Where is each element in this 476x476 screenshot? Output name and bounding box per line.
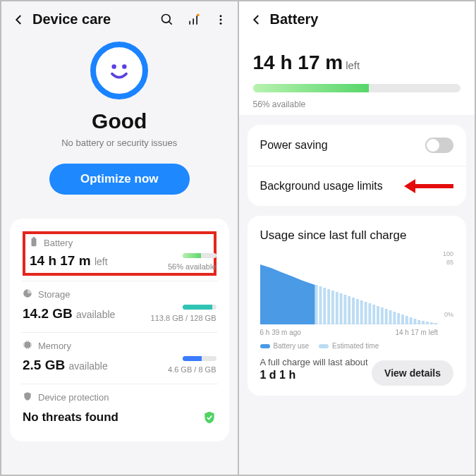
memory-section[interactable]: Memory 2.5 GB available 4.6 GB / 8 GB xyxy=(21,332,218,384)
svg-rect-17 xyxy=(30,346,32,346)
svg-rect-33 xyxy=(355,299,358,324)
svg-rect-44 xyxy=(401,315,404,324)
svg-rect-47 xyxy=(413,319,416,324)
svg-rect-14 xyxy=(23,343,25,344)
page-title: Device care xyxy=(32,11,154,28)
svg-rect-49 xyxy=(422,321,425,324)
svg-rect-11 xyxy=(32,238,37,246)
power-saving-item[interactable]: Power saving xyxy=(248,125,467,166)
svg-point-10 xyxy=(122,64,126,68)
svg-rect-43 xyxy=(397,313,400,324)
topbar-right: Battery xyxy=(239,1,475,35)
topbar-left: Device care xyxy=(1,1,238,35)
battery-icon xyxy=(30,237,38,249)
protection-label: Device protection xyxy=(38,392,109,403)
svg-rect-35 xyxy=(364,302,367,324)
power-saving-toggle[interactable] xyxy=(425,138,453,153)
battery-section[interactable]: Battery 14 h 17 m left 56% avai xyxy=(21,226,218,281)
usage-chart: 100 85 0% xyxy=(260,254,454,324)
battery-mini-bar xyxy=(183,253,216,258)
svg-rect-27 xyxy=(331,291,334,324)
annotation-arrow-icon xyxy=(404,179,453,193)
battery-label: Battery xyxy=(44,238,73,248)
storage-used: 14.2 GB available xyxy=(23,306,115,322)
svg-point-6 xyxy=(219,15,221,17)
svg-rect-18 xyxy=(26,341,27,342)
svg-rect-34 xyxy=(360,300,362,324)
view-details-button[interactable]: View details xyxy=(372,360,453,386)
svg-rect-30 xyxy=(343,295,346,324)
battery-hero: 14 h 17 mleft 56% available xyxy=(239,35,475,115)
status-subtitle: No battery or security issues xyxy=(61,138,177,148)
shield-ok-icon xyxy=(202,410,216,425)
memory-used: 2.5 GB available xyxy=(23,358,108,373)
battery-progress-bar xyxy=(253,84,461,92)
back-icon[interactable] xyxy=(249,12,264,28)
svg-line-1 xyxy=(169,21,171,24)
battery-available: 56% available xyxy=(253,99,461,109)
battery-screen: Battery 14 h 17 mleft 56% available Powe… xyxy=(238,1,475,475)
svg-rect-13 xyxy=(25,342,30,348)
svg-rect-40 xyxy=(384,309,387,324)
svg-rect-38 xyxy=(377,306,379,324)
usage-title: Usage since last full charge xyxy=(260,228,454,243)
memory-icon xyxy=(23,340,32,352)
svg-rect-48 xyxy=(417,320,420,324)
battery-available: 56% available xyxy=(168,262,216,271)
page-title: Battery xyxy=(270,11,465,28)
settings-list: Power saving Background usage limits xyxy=(248,125,467,206)
storage-mini-bar xyxy=(183,305,216,310)
search-icon[interactable] xyxy=(160,13,174,27)
svg-rect-52 xyxy=(434,323,437,324)
svg-rect-46 xyxy=(409,317,412,324)
storage-label: Storage xyxy=(38,289,71,300)
status-face-icon xyxy=(90,42,148,99)
svg-rect-21 xyxy=(28,348,29,349)
svg-rect-20 xyxy=(26,348,27,349)
svg-point-5 xyxy=(197,13,200,16)
usage-card: Usage since last full charge 100 85 0% xyxy=(248,216,467,396)
svg-rect-12 xyxy=(32,237,35,238)
full-charge-time: 1 d 1 h xyxy=(260,369,296,382)
optimize-button[interactable]: Optimize now xyxy=(49,164,190,195)
signal-icon[interactable] xyxy=(187,13,201,27)
status-title: Good xyxy=(92,109,147,133)
svg-point-9 xyxy=(112,64,116,68)
battery-time-left: 14 h 17 m left xyxy=(30,253,108,269)
svg-rect-16 xyxy=(30,343,32,344)
svg-rect-23 xyxy=(315,285,317,324)
svg-rect-24 xyxy=(319,286,322,324)
svg-rect-37 xyxy=(372,305,375,324)
svg-rect-51 xyxy=(429,322,432,324)
svg-rect-32 xyxy=(352,298,355,324)
protection-section[interactable]: Device protection No threats found xyxy=(21,384,218,434)
svg-rect-19 xyxy=(28,341,29,342)
stats-card: Battery 14 h 17 m left 56% avai xyxy=(10,219,229,441)
svg-point-0 xyxy=(161,14,170,23)
svg-rect-42 xyxy=(393,312,396,324)
svg-rect-50 xyxy=(426,322,429,324)
svg-rect-15 xyxy=(23,346,25,346)
svg-rect-26 xyxy=(327,289,330,324)
battery-time-left: 14 h 17 mleft xyxy=(253,51,461,74)
svg-rect-41 xyxy=(389,310,391,324)
power-saving-label: Power saving xyxy=(260,139,328,152)
chart-legend: Battery use Estimated time xyxy=(260,342,454,350)
svg-rect-36 xyxy=(368,303,371,324)
svg-rect-45 xyxy=(405,316,408,324)
more-icon[interactable] xyxy=(214,13,228,27)
storage-section[interactable]: Storage 14.2 GB available 113.8 GB / 128… xyxy=(21,281,218,332)
storage-detail: 113.8 GB / 128 GB xyxy=(151,314,216,322)
bg-usage-limits-item[interactable]: Background usage limits xyxy=(248,166,467,206)
bg-usage-limits-label: Background usage limits xyxy=(260,180,383,193)
svg-point-7 xyxy=(219,18,221,20)
storage-icon xyxy=(23,288,32,300)
memory-mini-bar xyxy=(183,356,216,361)
back-icon[interactable] xyxy=(11,12,27,28)
memory-label: Memory xyxy=(38,341,71,351)
svg-rect-29 xyxy=(339,293,342,324)
device-care-screen: Device care xyxy=(1,1,238,475)
svg-rect-28 xyxy=(335,292,338,324)
chart-xaxis: 6 h 39 m ago 14 h 17 m left xyxy=(260,329,439,336)
memory-detail: 4.6 GB / 8 GB xyxy=(168,365,216,374)
